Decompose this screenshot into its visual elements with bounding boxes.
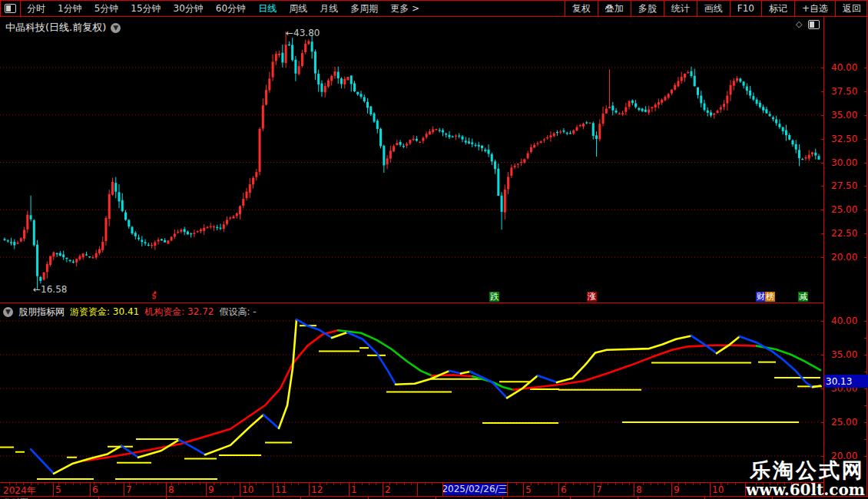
week-tick [256, 483, 257, 485]
month-label-5: 5 [55, 484, 61, 495]
month-tick [240, 483, 240, 496]
period-tab-日线[interactable]: 日线 [252, 1, 283, 16]
lower-axis-label-40: 40.00 [831, 316, 857, 326]
week-tick [608, 483, 608, 485]
tool-button-返回[interactable]: 返回 [835, 1, 868, 16]
tool-button-标记[interactable]: 标记 [761, 1, 794, 16]
top-toolbar: 分时1分钟5分钟15分钟30分钟60分钟日线周线月线多周期更多 > 复权叠加多股… [0, 0, 868, 17]
week-tick [31, 483, 31, 485]
indicator-header: ▼ 股朋指标网 游资资金: 30.41 机构资金: 32.72 假设高: - [3, 306, 257, 319]
trading-app-window: 分时1分钟5分钟15分钟30分钟60分钟日线周线月线多周期更多 > 复权叠加多股… [0, 0, 868, 499]
week-tick [700, 483, 701, 485]
indicator-source: 股朋指标网 [18, 306, 65, 319]
week-tick [587, 483, 588, 485]
week-tick [277, 483, 278, 485]
axis-tick [821, 91, 824, 92]
week-tick [129, 483, 130, 485]
month-tick [710, 483, 711, 496]
indicator-chart[interactable] [0, 304, 823, 482]
main-axis-label-20: 20.00 [831, 252, 857, 263]
main-axis-label-32.5: 32.50 [831, 134, 857, 144]
tool-button-+自选[interactable]: +自选 [794, 1, 835, 16]
week-tick [404, 483, 405, 485]
event-marker-减: 减 [798, 292, 808, 302]
main-axis-label-40: 40.00 [831, 62, 857, 73]
watermark-url: www.60lt.com [746, 481, 865, 498]
week-tick [432, 483, 432, 485]
axis-tick [821, 115, 824, 116]
week-tick [108, 483, 108, 485]
period-tab-分时[interactable]: 分时 [21, 1, 51, 16]
selected-date-chip: 2025/02/26/三 [444, 484, 505, 495]
watermark: 乐淘公式网 www.60lt.com [746, 459, 865, 498]
period-tab-月线[interactable]: 月线 [313, 1, 344, 16]
week-tick [263, 483, 263, 485]
week-tick [94, 483, 94, 485]
hot-money-value: 游资资金: 30.41 [70, 306, 139, 319]
institution-value: 机构资金: 32.72 [144, 306, 214, 319]
month-tick [383, 483, 383, 496]
month-tick [417, 483, 418, 496]
tool-button-画线[interactable]: 画线 [697, 1, 730, 16]
axis-tick [821, 68, 824, 68]
period-tab-30分钟[interactable]: 30分钟 [167, 1, 210, 16]
month-label-7: 7 [596, 484, 602, 495]
month-label-2: 2 [385, 484, 391, 495]
week-tick [73, 483, 74, 485]
axis-tick [821, 422, 824, 423]
month-tick [309, 483, 310, 496]
event-marker-$: $ [151, 291, 157, 301]
main-axis-label-30: 30.00 [831, 157, 857, 168]
week-tick [658, 483, 658, 485]
main-axis-label-22.5: 22.50 [831, 228, 857, 239]
week-tick [9, 483, 10, 485]
tool-button-复权[interactable]: 复权 [565, 1, 598, 16]
event-marker-榜: 榜 [765, 292, 775, 302]
period-tab-15分钟[interactable]: 15分钟 [124, 1, 167, 16]
axis-tick [821, 186, 824, 187]
period-tab-5分钟[interactable]: 5分钟 [88, 1, 125, 16]
period-tab-更多 >[interactable]: 更多 > [384, 1, 426, 16]
week-tick [234, 483, 235, 485]
week-tick [80, 483, 81, 485]
week-tick [178, 483, 179, 485]
week-tick [45, 483, 45, 485]
tool-button-统计[interactable]: 统计 [664, 1, 697, 16]
week-tick [573, 483, 574, 485]
assume-high-value: 假设高: - [219, 306, 256, 319]
screen-right-border [866, 0, 867, 499]
week-tick [101, 483, 101, 485]
tool-button-叠加[interactable]: 叠加 [598, 1, 631, 16]
week-tick [200, 483, 200, 485]
axis-tick [821, 163, 824, 164]
month-tick [442, 483, 443, 496]
month-tick [273, 483, 273, 496]
window-panel-button[interactable] [0, 1, 21, 16]
window-icon[interactable] [808, 20, 820, 29]
week-tick [727, 483, 728, 485]
week-tick [333, 483, 334, 485]
week-tick [16, 483, 17, 485]
period-tab-多周期[interactable]: 多周期 [344, 1, 384, 16]
month-label-6: 6 [561, 484, 567, 495]
week-tick [249, 483, 250, 485]
period-tab-周线[interactable]: 周线 [283, 1, 313, 16]
main-axis-label-35: 35.00 [831, 110, 857, 121]
week-tick [721, 483, 721, 485]
collapse-chevron-icon[interactable]: ▼ [3, 307, 13, 317]
period-tab-60分钟[interactable]: 60分钟 [210, 1, 252, 16]
chevron-down-icon[interactable]: ▼ [111, 23, 121, 33]
month-label-7: 7 [126, 484, 132, 495]
week-tick [150, 483, 151, 485]
week-tick [320, 483, 320, 485]
main-candlestick-chart[interactable] [0, 17, 823, 302]
week-tick [227, 483, 228, 485]
period-tab-1分钟[interactable]: 1分钟 [51, 1, 88, 16]
tool-button-F10[interactable]: F10 [730, 1, 761, 16]
tool-button-多股[interactable]: 多股 [631, 1, 664, 16]
diamond-icon[interactable]: ◇ [796, 19, 802, 29]
month-label-9: 9 [208, 484, 214, 495]
week-tick [565, 483, 566, 485]
week-tick [651, 483, 651, 485]
week-tick [369, 483, 369, 485]
